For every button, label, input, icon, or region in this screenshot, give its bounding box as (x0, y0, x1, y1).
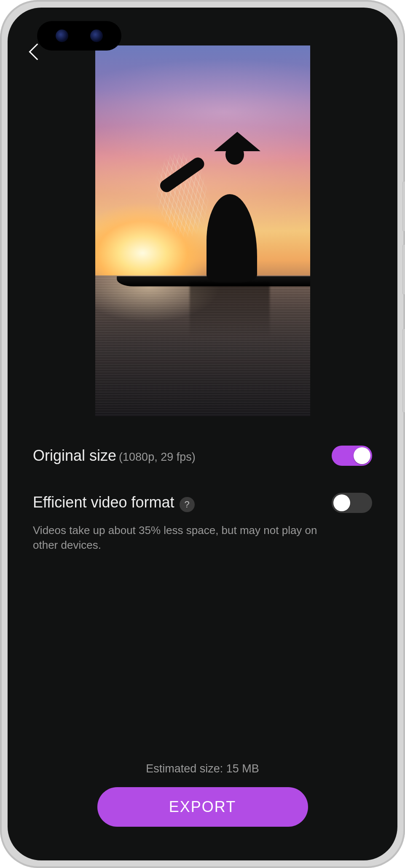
thumbnail-fisher-silhouette (190, 148, 270, 283)
volume-up-button[interactable] (402, 181, 405, 232)
toggle-knob-icon (333, 494, 350, 511)
export-button[interactable]: EXPORT (97, 787, 308, 827)
original-size-label: Original size (33, 447, 116, 465)
original-size-row: Original size (1080p, 29 fps) (33, 446, 372, 466)
export-settings: Original size (1080p, 29 fps) Efficient … (8, 416, 397, 513)
screen: Original size (1080p, 29 fps) Efficient … (8, 8, 397, 860)
estimated-size-label: Estimated size: 15 MB (146, 762, 259, 775)
power-button[interactable] (402, 329, 405, 413)
phone-frame: Original size (1080p, 29 fps) Efficient … (0, 0, 405, 868)
footer: Estimated size: 15 MB EXPORT (8, 762, 397, 860)
back-arrow-icon[interactable] (24, 56, 46, 64)
help-icon[interactable]: ? (180, 497, 195, 512)
volume-down-button[interactable] (402, 244, 405, 295)
original-size-detail: (1080p, 29 fps) (119, 451, 196, 464)
camera-lens-icon (56, 29, 68, 42)
original-size-toggle[interactable] (332, 446, 372, 466)
efficient-format-description: Videos take up about 35% less space, but… (8, 513, 357, 553)
camera-lens-icon (90, 29, 103, 42)
video-preview (8, 45, 397, 416)
toggle-knob-icon (354, 447, 370, 464)
front-camera-cutout (37, 21, 121, 51)
video-thumbnail[interactable] (95, 45, 310, 416)
efficient-format-label: Efficient video format (33, 494, 174, 511)
efficient-format-row: Efficient video format ? (33, 493, 372, 513)
efficient-format-toggle[interactable] (332, 493, 372, 513)
